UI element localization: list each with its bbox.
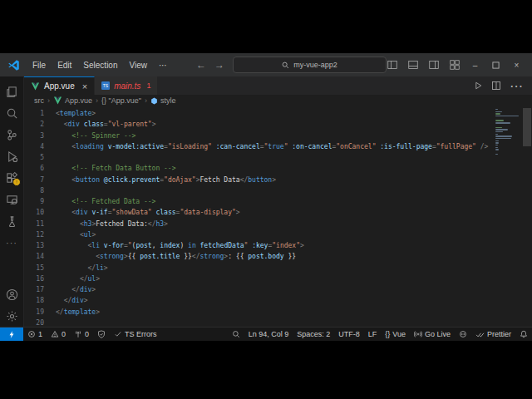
line-content: <h3>Fetched Data:</h3> <box>56 219 168 229</box>
breadcrumb-item-2[interactable]: App.vue <box>53 96 92 105</box>
code-line[interactable]: 15 </li> <box>24 263 532 273</box>
ports-indicator[interactable]: 0 <box>70 328 93 341</box>
code-line[interactable]: 11 <h3>Fetched Data:</h3> <box>24 219 532 229</box>
warning-icon <box>51 330 59 338</box>
eol-status[interactable]: LF <box>364 328 382 341</box>
line-content: </div> <box>56 295 88 306</box>
menu-item-edit[interactable]: Edit <box>52 61 77 70</box>
line-number: 10 <box>24 207 44 218</box>
braces-icon: {} <box>385 330 390 338</box>
code-line[interactable]: 7 <button @click.prevent="doAjax">Fetch … <box>24 175 532 185</box>
activity-remote-explorer-icon[interactable] <box>0 189 23 210</box>
prettier-status[interactable]: Prettier <box>471 328 515 341</box>
split-editor-button[interactable] <box>491 81 501 91</box>
code-line[interactable]: 1<template> <box>24 108 532 119</box>
breadcrumb-label: {} "App.vue" <box>101 96 141 105</box>
menu-item-view[interactable]: View <box>124 61 154 70</box>
line-content: <template> <box>56 108 96 119</box>
line-number: 15 <box>24 263 44 273</box>
code-line[interactable]: 13 <li v-for="(post, index) in fetchedDa… <box>24 240 532 251</box>
copilot-status[interactable] <box>455 328 471 341</box>
breadcrumb-label: style <box>160 96 176 105</box>
activity-explorer-icon[interactable] <box>0 81 23 102</box>
problems-warnings[interactable]: 0 <box>47 328 70 341</box>
run-button[interactable] <box>473 81 483 91</box>
breadcrumb-item-1[interactable]: src <box>34 96 44 105</box>
code-line[interactable]: 2 <div class="vl-parent"> <box>24 119 532 130</box>
close-button[interactable]: × <box>511 60 522 71</box>
menu-bar: FileEditSelectionView⋯ <box>27 61 173 70</box>
code-line[interactable]: 16 </ul> <box>24 273 532 284</box>
code-line[interactable]: 18 </div> <box>24 295 532 306</box>
minimap[interactable] <box>495 109 520 155</box>
minimize-button[interactable]: – <box>470 60 480 71</box>
editor-actions: ⋯ <box>473 76 532 95</box>
line-content: </template> <box>56 307 100 318</box>
trust-indicator[interactable] <box>93 328 110 341</box>
maximize-button[interactable] <box>490 60 501 71</box>
tab-app-vue[interactable]: App.vue× <box>24 76 95 95</box>
code-line[interactable]: 4 <loading v-model:active="isLoading" :c… <box>24 141 532 152</box>
breadcrumb-item-4[interactable]: style <box>150 96 176 105</box>
remote-indicator[interactable] <box>0 328 23 341</box>
indentation-status[interactable]: Spaces: 2 <box>293 328 334 341</box>
activity-search-icon[interactable] <box>0 102 23 124</box>
error-icon <box>27 330 36 338</box>
go-live-button[interactable]: Go Live <box>410 328 455 341</box>
toggle-primary-sidebar-icon[interactable] <box>387 60 397 71</box>
activity-accounts-icon[interactable] <box>0 283 23 305</box>
prettier-status-text: Prettier <box>487 330 511 338</box>
activity-settings-icon[interactable] <box>0 305 23 327</box>
toggle-panel-icon[interactable] <box>407 60 418 71</box>
code-line[interactable]: 6 <!-- Fetch Data Button --> <box>24 163 532 174</box>
nav-forward-button[interactable]: → <box>214 59 224 71</box>
line-number: 7 <box>24 175 44 185</box>
notifications-bell[interactable] <box>515 328 532 341</box>
editor-scrollbar[interactable] <box>522 106 532 327</box>
tab-close-icon[interactable]: × <box>82 81 87 91</box>
line-number: 2 <box>24 119 44 130</box>
command-center-search[interactable]: my-vue-app2 <box>233 57 387 73</box>
line-content: <button @click.prevent="doAjax">Fetch Da… <box>56 175 276 185</box>
encoding-status[interactable]: UTF-8 <box>334 328 364 341</box>
breadcrumb: src›App.vue›{} "App.vue"›style <box>24 95 532 106</box>
activity-source-control-icon[interactable] <box>0 124 23 145</box>
code-line[interactable]: 9 <!-- Fetched Data --> <box>24 196 532 207</box>
problems-errors[interactable]: 1 <box>23 328 47 341</box>
zoom-status[interactable] <box>228 328 244 341</box>
activity-testing-icon[interactable] <box>0 210 23 232</box>
scrollbar-thumb[interactable] <box>523 108 531 146</box>
menu-item-selection[interactable]: Selection <box>77 61 123 70</box>
code-line[interactable]: 10 <div v-if="showData" class="data-disp… <box>24 207 532 218</box>
code-line[interactable]: 14 <strong>{{ post.title }}</strong>: {{… <box>24 251 532 262</box>
line-number: 9 <box>24 196 44 207</box>
cursor-position[interactable]: Ln 94, Col 9 <box>244 328 293 341</box>
tab-main-ts[interactable]: TSmain.ts1 <box>95 76 158 95</box>
line-number: 5 <box>24 152 44 163</box>
line-content: <loading v-model:active="isLoading" :can… <box>56 141 488 152</box>
activity-run-debug-icon[interactable] <box>0 145 23 167</box>
activity-bar: !··· <box>0 76 24 327</box>
more-actions-button[interactable]: ⋯ <box>510 78 524 94</box>
breadcrumb-separator: › <box>47 96 50 105</box>
tab-bar: App.vue×TSmain.ts1 ⋯ <box>24 76 532 95</box>
menu-item-file[interactable]: File <box>27 61 52 70</box>
code-line[interactable]: 19</template> <box>24 307 532 318</box>
nav-back-button[interactable]: ← <box>196 59 206 71</box>
code-line[interactable]: 17 </div> <box>24 284 532 295</box>
line-number: 19 <box>24 307 44 318</box>
breadcrumb-item-3[interactable]: {} "App.vue" <box>101 96 141 105</box>
activity-more-views-icon[interactable]: ··· <box>0 232 23 254</box>
language-mode[interactable]: {}Vue <box>381 328 410 341</box>
code-line[interactable]: 8 <box>24 185 532 196</box>
code-line[interactable]: 3 <!-- Spinner --> <box>24 131 532 141</box>
code-line[interactable]: 20 <box>24 318 532 327</box>
menu-item-[interactable]: ⋯ <box>153 61 173 70</box>
customize-layout-icon[interactable] <box>449 60 460 71</box>
toggle-secondary-sidebar-icon[interactable] <box>428 60 439 71</box>
ts-errors-status[interactable]: TS Errors <box>110 328 161 341</box>
code-line[interactable]: 5 <box>24 152 532 163</box>
code-line[interactable]: 12 <ul> <box>24 229 532 240</box>
activity-extensions-icon[interactable]: ! <box>0 167 23 189</box>
code-editor[interactable]: 1<template>2 <div class="vl-parent">3 <!… <box>24 106 532 327</box>
